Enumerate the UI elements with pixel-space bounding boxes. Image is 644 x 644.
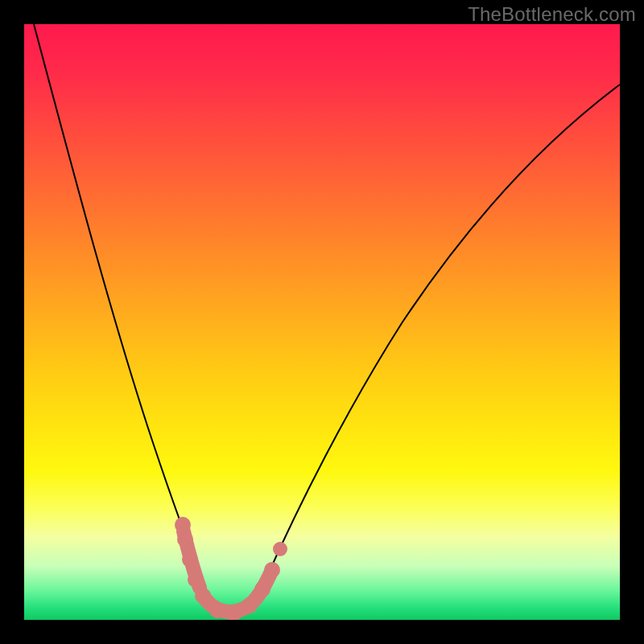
marker-dot bbox=[177, 531, 193, 547]
watermark-text: TheBottleneck.com bbox=[468, 3, 636, 26]
marker-dot bbox=[264, 562, 280, 578]
marker-dot bbox=[195, 588, 211, 604]
marker-dot bbox=[242, 597, 258, 613]
chart-frame: TheBottleneck.com bbox=[0, 0, 644, 644]
marker-dot bbox=[175, 517, 191, 533]
marker-dot bbox=[209, 602, 225, 618]
marker-dot bbox=[273, 542, 287, 556]
marker-dot bbox=[182, 551, 198, 568]
marker-dot bbox=[254, 581, 270, 597]
bottleneck-curve bbox=[34, 24, 620, 616]
marker-dot bbox=[188, 572, 204, 588]
plot-area bbox=[24, 24, 620, 620]
curve-layer bbox=[24, 24, 620, 620]
